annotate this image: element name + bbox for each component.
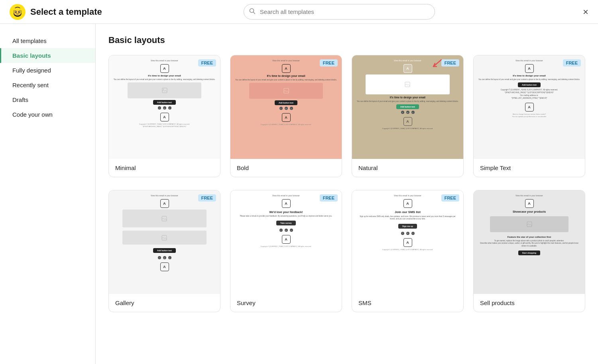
header: Select a template × (0, 0, 598, 24)
sidebar: All templates Basic layouts Fully design… (0, 24, 96, 364)
template-label-sms: SMS (352, 294, 463, 312)
template-preview-simple: View this email in your browser A It's t… (474, 55, 585, 159)
template-label-bold: Bold (230, 159, 342, 177)
template-preview-natural: View this email in your browser A It's t… (352, 55, 463, 159)
template-label-natural: Natural (352, 159, 463, 177)
sidebar-item-code-your-own[interactable]: Code your own (0, 107, 95, 122)
template-card-minimal[interactable]: View this email in your browser A It's t… (108, 55, 220, 177)
template-preview-bold: View this email in your browser A It's t… (230, 55, 342, 159)
svg-point-12 (163, 89, 164, 90)
sidebar-item-fully-designed[interactable]: Fully designed (0, 63, 95, 78)
template-label-simple-text: Simple Text (474, 159, 585, 177)
sidebar-item-recently-sent[interactable]: Recently sent (0, 78, 95, 92)
template-preview-sms: View this email in your browser A Join o… (352, 190, 463, 294)
logo-area: Select a template (10, 4, 102, 20)
template-card-natural[interactable]: View this email in your browser A It's t… (352, 55, 464, 177)
template-preview-gallery: View this email in your browser A Add bu… (109, 190, 220, 294)
template-card-simple-text[interactable]: View this email in your browser A It's t… (473, 55, 585, 177)
svg-point-5 (16, 12, 17, 12)
template-card-sell-products[interactable]: View this email in your browser A Showca… (473, 190, 585, 312)
svg-line-10 (253, 12, 255, 14)
svg-point-7 (14, 10, 16, 12)
section-title: Basic layouts (108, 35, 585, 45)
search-area (102, 4, 576, 20)
free-badge-natural: FREE (441, 59, 459, 67)
mailchimp-logo-icon (10, 4, 26, 20)
content-area: Basic layouts View this email in your br… (96, 24, 598, 364)
free-badge-simple-text: FREE (563, 59, 581, 67)
template-card-sms[interactable]: View this email in your browser A Join o… (352, 190, 464, 312)
svg-point-8 (19, 10, 22, 12)
templates-grid-row2: View this email in your browser A Add bu… (108, 190, 585, 312)
page-title: Select a template (30, 7, 102, 17)
template-label-gallery: Gallery (109, 294, 220, 312)
search-container (244, 4, 435, 20)
free-badge-sms: FREE (441, 194, 459, 202)
template-label-minimal: Minimal (109, 159, 220, 177)
template-card-gallery[interactable]: View this email in your browser A Add bu… (108, 190, 220, 312)
template-card-bold[interactable]: View this email in your browser A It's t… (230, 55, 342, 177)
free-badge-survey: FREE (320, 194, 338, 202)
template-preview-sell: View this email in your browser A Showca… (474, 190, 585, 294)
templates-grid-row1: View this email in your browser A It's t… (108, 55, 585, 177)
main-layout: All templates Basic layouts Fully design… (0, 24, 598, 364)
template-label-sell-products: Sell products (474, 294, 585, 312)
close-button[interactable]: × (583, 7, 588, 17)
sidebar-item-drafts[interactable]: Drafts (0, 92, 95, 107)
free-badge-minimal: FREE (198, 59, 216, 67)
free-badge-gallery: FREE (198, 194, 216, 202)
search-input[interactable] (244, 4, 435, 20)
sidebar-item-basic-layouts[interactable]: Basic layouts (0, 48, 95, 63)
template-label-survey: Survey (230, 294, 342, 312)
free-badge-bold: FREE (320, 59, 338, 67)
search-icon (249, 8, 256, 16)
template-preview-survey: View this email in your browser A We'd l… (230, 190, 342, 294)
sidebar-item-all-templates[interactable]: All templates (0, 33, 95, 48)
template-preview-minimal: View this email in your browser A It's t… (109, 55, 220, 159)
template-card-survey[interactable]: View this email in your browser A We'd l… (230, 190, 342, 312)
